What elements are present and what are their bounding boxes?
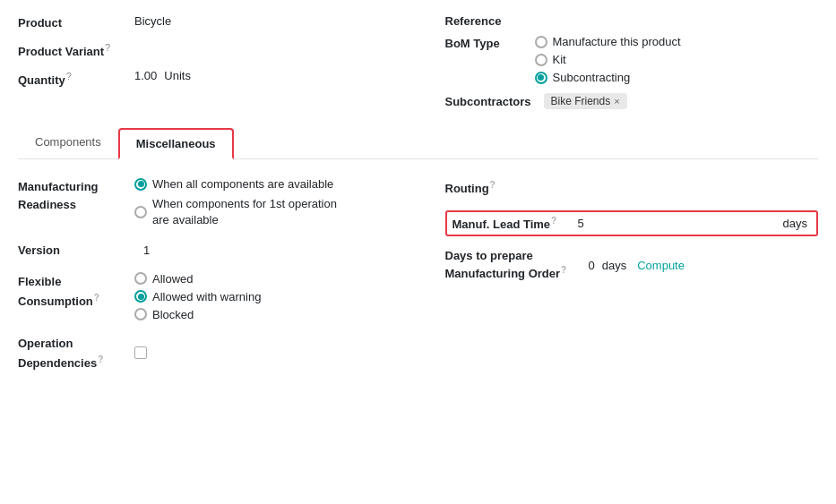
bom-radio-kit: [535, 54, 547, 66]
tab-components[interactable]: Components: [18, 127, 118, 158]
manuf-lead-unit: days: [783, 217, 811, 230]
product-variant-help: ?: [105, 42, 110, 53]
quantity-unit: Units: [164, 69, 191, 82]
bom-radio-subcontracting: [535, 72, 547, 84]
manuf-lead-help: ?: [551, 216, 556, 226]
operation-dep-help: ?: [98, 355, 103, 364]
operation-dep-checkbox[interactable]: [134, 346, 147, 359]
compute-link[interactable]: Compute: [637, 259, 685, 272]
bom-option-manufacture-label: Manufacture this product: [553, 35, 681, 48]
days-prepare-help: ?: [561, 265, 566, 275]
manuf-lead-value[interactable]: 5: [569, 217, 783, 230]
subcontractor-tag-name: Bike Friends: [551, 95, 611, 107]
days-prepare-label2: Manufacturing Order?: [445, 264, 589, 282]
product-label: Product: [18, 14, 134, 30]
flexible-help: ?: [94, 293, 99, 303]
flexible-option-allowed-label: Allowed: [152, 272, 194, 286]
operation-dep-label: Operation: [18, 334, 134, 352]
flexible-option-allowed-warning[interactable]: Allowed with warning: [134, 290, 261, 303]
readiness-option-all-label: When all components are available: [152, 177, 333, 191]
version-value: 1: [143, 243, 150, 257]
flexible-radio-allowed: [134, 272, 147, 285]
bom-option-manufacture[interactable]: Manufacture this product: [535, 35, 681, 48]
flexible-radio-blocked: [134, 308, 147, 320]
quantity-help: ?: [66, 71, 72, 81]
routing-help: ?: [490, 180, 496, 190]
flexible-option-blocked-label: Blocked: [152, 308, 194, 321]
mfg-readiness-label: Manufacturing: [18, 177, 134, 195]
tab-miscellaneous[interactable]: Miscellaneous: [118, 128, 234, 159]
bom-option-subcontracting-label: Subcontracting: [553, 71, 631, 84]
days-prepare-label: Days to prepare: [445, 249, 589, 264]
flexible-label: Flexible: [18, 272, 134, 290]
readiness-option-1st-label: When components for 1st operation are av…: [152, 196, 349, 228]
readiness-radio-1st: [134, 206, 147, 218]
routing-label: Routing?: [445, 177, 562, 198]
product-variant-label: Product Variant?: [18, 40, 134, 58]
manuf-lead-label: Manuf. Lead Time?: [452, 216, 569, 231]
version-label: Version: [18, 241, 134, 259]
bom-option-kit-label: Kit: [553, 53, 566, 66]
readiness-radio-all: [134, 178, 147, 191]
mfg-readiness-label2: Readiness: [18, 195, 134, 213]
bom-radio-manufacture: [535, 36, 547, 48]
reference-label: Reference: [445, 14, 819, 28]
subcontractor-tag-close[interactable]: ×: [614, 96, 619, 107]
flexible-radio-allowed-warning: [134, 290, 147, 303]
flexible-option-blocked[interactable]: Blocked: [134, 308, 261, 321]
readiness-option-all[interactable]: When all components are available: [134, 177, 349, 191]
quantity-value: 1.00: [134, 69, 157, 82]
readiness-option-1st[interactable]: When components for 1st operation are av…: [134, 196, 349, 228]
subcontractors-label: Subcontractors: [445, 95, 535, 108]
flexible-label2: Consumption?: [18, 290, 134, 311]
operation-dep-label2: Dependencies?: [18, 352, 134, 372]
flexible-option-allowed[interactable]: Allowed: [134, 272, 261, 286]
product-value: Bicycle: [134, 14, 171, 28]
flexible-option-allowed-warning-label: Allowed with warning: [152, 290, 261, 303]
bom-type-label: BoM Type: [445, 35, 535, 50]
days-prepare-value[interactable]: 0: [589, 259, 595, 272]
bom-option-subcontracting[interactable]: Subcontracting: [535, 71, 681, 84]
days-prepare-unit: days: [602, 259, 626, 272]
bom-option-kit[interactable]: Kit: [535, 53, 681, 66]
subcontractor-tag[interactable]: Bike Friends ×: [544, 93, 627, 109]
quantity-label: Quantity?: [18, 69, 134, 87]
